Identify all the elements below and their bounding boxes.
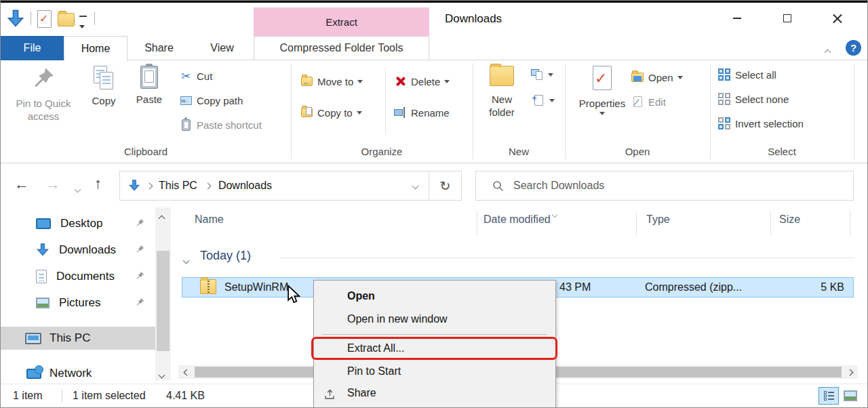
close-icon (833, 14, 842, 23)
help-icon[interactable]: ? (846, 40, 861, 56)
group-label-select: Select (710, 146, 854, 159)
sidebar-item-desktop[interactable]: Desktop (1, 212, 155, 235)
properties-button[interactable]: ✓ Properties (578, 66, 626, 115)
column-divider[interactable] (770, 211, 771, 237)
refresh-button[interactable]: ↻ (429, 171, 462, 201)
new-folder-icon[interactable] (58, 13, 75, 26)
column-header-type[interactable]: Type (646, 213, 670, 226)
search-input[interactable] (513, 180, 798, 192)
properties-icon: ✓ (593, 66, 612, 93)
column-header-date-modified[interactable]: Date modified (484, 213, 551, 226)
back-icon[interactable]: ← (14, 176, 29, 193)
tab-share[interactable]: Share (127, 36, 191, 60)
copy-path-icon: w.. (180, 94, 192, 106)
pin-icon (136, 243, 144, 257)
cut-button[interactable]: ✂ Cut (180, 70, 212, 82)
paste-shortcut-icon (180, 119, 192, 131)
column-divider[interactable] (477, 211, 477, 237)
minimize-button[interactable] (721, 5, 753, 32)
sidebar-item-pictures[interactable]: Pictures (1, 291, 155, 314)
sidebar-item-documents[interactable]: Documents (1, 265, 155, 288)
scrollbar-thumb[interactable] (157, 251, 170, 351)
delete-label: Delete (411, 76, 440, 87)
status-divider (62, 390, 62, 402)
tab-home[interactable]: Home (64, 36, 127, 61)
close-button[interactable] (821, 5, 854, 32)
tab-file[interactable]: File (1, 36, 64, 60)
group-header-today[interactable]: Today (1) (200, 249, 251, 263)
search-icon (492, 180, 504, 192)
menu-item-open[interactable]: Open (347, 290, 375, 302)
rename-button[interactable]: Rename (394, 106, 450, 119)
easy-access-button[interactable] (531, 68, 553, 81)
breadcrumb-downloads[interactable]: Downloads (218, 180, 272, 192)
downloads-icon (36, 243, 50, 258)
sidebar-item-label: Desktop (60, 217, 136, 230)
sidebar-item-downloads[interactable]: Downloads (1, 239, 155, 262)
scroll-up-icon[interactable] (159, 211, 164, 224)
column-header-size[interactable]: Size (779, 213, 800, 226)
downloads-icon (128, 179, 140, 192)
edit-label: Edit (648, 96, 666, 108)
address-dropdown-icon[interactable] (412, 182, 419, 189)
file-name[interactable]: SetupWinRM (224, 281, 288, 293)
tab-compressed-folder-tools[interactable]: Compressed Folder Tools (254, 36, 429, 60)
properties-label: Properties (579, 97, 625, 110)
copy-to-button[interactable]: Copy to (300, 106, 362, 119)
new-item-button[interactable]: + (532, 94, 555, 106)
file-explorer-window: ✓ Extract Downloads File Home Share View… (0, 0, 868, 408)
paste-shortcut-button[interactable]: Paste shortcut (180, 119, 262, 131)
open-label: Open (648, 72, 673, 83)
scroll-left-icon[interactable] (178, 365, 195, 379)
group-separator (710, 63, 711, 159)
contextual-tab-group-header[interactable]: Extract (254, 7, 429, 36)
copy-path-button[interactable]: w.. Copy path (180, 94, 243, 106)
scroll-down-icon[interactable] (159, 368, 164, 380)
tab-view[interactable]: View (191, 36, 254, 60)
up-icon[interactable]: ↑ (94, 175, 102, 192)
search-box[interactable] (475, 171, 854, 201)
scroll-right-icon[interactable] (842, 365, 858, 379)
this-pc-icon (25, 333, 41, 344)
new-folder-button[interactable]: New folder (478, 66, 526, 119)
zip-file-icon (200, 279, 216, 297)
address-bar[interactable]: This PC Downloads (119, 171, 429, 201)
select-all-button[interactable]: Select all (718, 68, 776, 81)
qat-dropdown-icon[interactable] (79, 16, 87, 31)
column-divider[interactable] (850, 211, 850, 237)
edit-button[interactable]: Edit (631, 96, 666, 108)
menu-item-open-in-new-window[interactable]: Open in new window (347, 313, 448, 325)
paste-button[interactable]: Paste (128, 66, 170, 106)
large-icons-view-button[interactable] (842, 387, 859, 405)
move-to-button[interactable]: ← Move to (300, 75, 363, 87)
column-divider[interactable] (636, 211, 637, 237)
new-item-icon: + (532, 94, 545, 106)
forward-icon[interactable]: → (45, 176, 60, 193)
delete-button[interactable]: Delete (394, 75, 450, 87)
sidebar-scrollbar[interactable] (155, 207, 171, 380)
sidebar-item-this-pc[interactable]: This PC (1, 327, 155, 350)
breadcrumb-this-pc[interactable]: This PC (159, 180, 197, 192)
ribbon-collapse-icon[interactable] (825, 45, 830, 58)
details-view-button[interactable] (818, 387, 839, 405)
select-none-icon (718, 93, 730, 105)
move-to-label: Move to (317, 76, 353, 87)
cut-icon: ✂ (180, 70, 192, 82)
menu-item-pin-to-start[interactable]: Pin to Start (347, 365, 401, 378)
column-header-name[interactable]: Name (195, 213, 224, 226)
group-label-open: Open (565, 146, 710, 159)
cut-label: Cut (197, 70, 212, 82)
open-button[interactable]: Open (631, 71, 683, 83)
invert-selection-button[interactable]: Invert selection (718, 117, 804, 129)
recent-locations-dropdown-icon[interactable] (75, 182, 80, 195)
file-date-modified: 43 PM (559, 281, 591, 293)
pin-to-quick-access-button[interactable]: Pin to Quick access (7, 66, 79, 123)
sidebar-item-network[interactable]: Network (1, 362, 155, 385)
dropdown-arrow-icon (357, 80, 363, 83)
group-collapse-icon[interactable] (184, 253, 189, 266)
select-none-button[interactable]: Select none (718, 93, 789, 105)
copy-button[interactable]: Copy (83, 66, 124, 107)
maximize-button[interactable] (771, 5, 804, 32)
menu-item-share[interactable]: Share (347, 387, 376, 399)
properties-icon[interactable]: ✓ (37, 10, 52, 28)
